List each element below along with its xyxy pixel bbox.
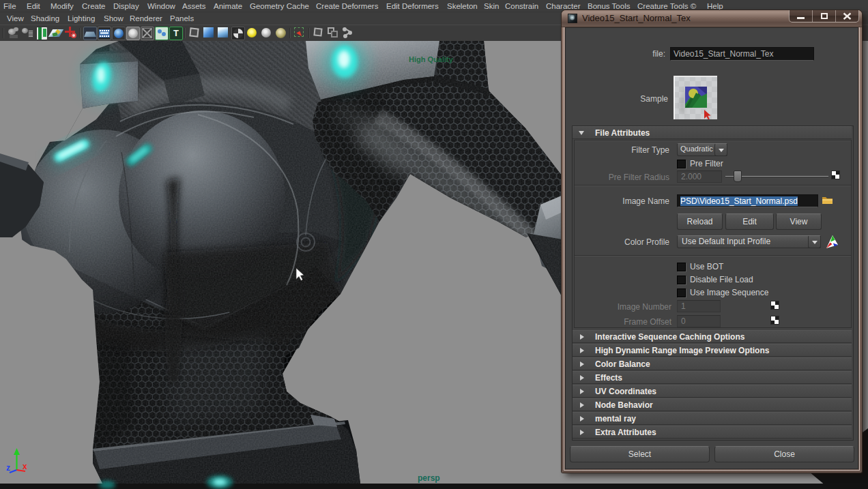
svg-text:x: x [23,462,27,471]
svg-text:High Quality: High Quality [409,55,454,63]
svg-text:persp: persp [418,473,440,483]
svg-text:z: z [6,463,10,473]
